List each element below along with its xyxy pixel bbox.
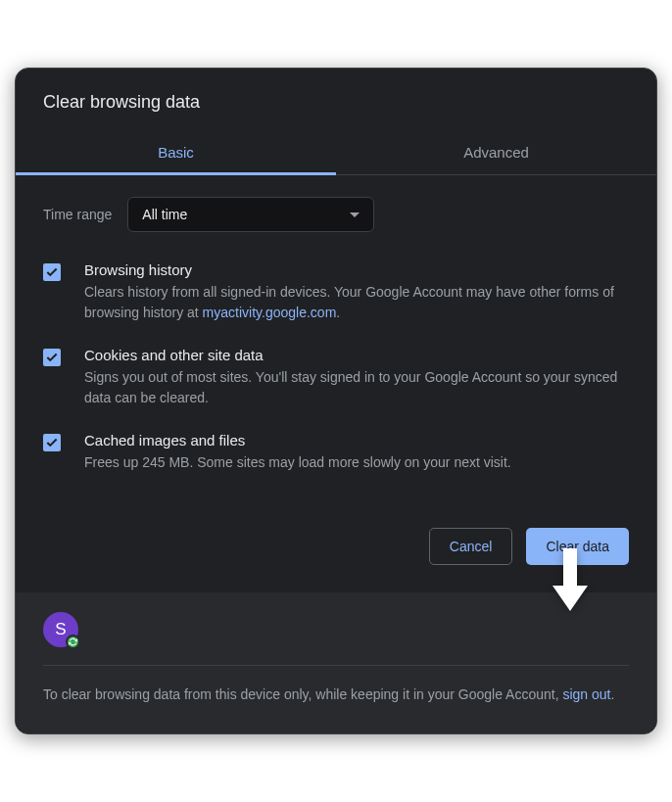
tab-advanced[interactable]: Advanced <box>336 130 656 174</box>
checkbox-cookies[interactable] <box>43 349 61 366</box>
option-cache: Cached images and files Frees up 245 MB.… <box>43 420 629 485</box>
option-cookies: Cookies and other site data Signs you ou… <box>43 335 629 420</box>
option-title: Browsing history <box>84 261 629 278</box>
option-content: Cached images and files Frees up 245 MB.… <box>84 432 629 473</box>
avatar-row: S <box>43 612 629 647</box>
cancel-button[interactable]: Cancel <box>429 528 513 565</box>
footer-text: To clear browsing data from this device … <box>43 684 629 705</box>
tabs-container: Basic Advanced <box>16 130 656 175</box>
time-range-select[interactable]: All time <box>127 197 374 232</box>
options-list: Browsing history Clears history from all… <box>16 250 656 504</box>
checkmark-icon <box>45 436 59 449</box>
clear-data-button[interactable]: Clear data <box>526 528 629 565</box>
option-content: Cookies and other site data Signs you ou… <box>84 347 629 408</box>
footer-divider <box>43 665 629 666</box>
option-desc: Frees up 245 MB. Some sites may load mor… <box>84 452 629 473</box>
checkbox-cache[interactable] <box>43 434 61 451</box>
checkmark-icon <box>45 351 59 364</box>
clear-browsing-data-dialog: Clear browsing data Basic Advanced Time … <box>15 68 657 733</box>
time-range-value: All time <box>142 207 187 222</box>
option-desc: Clears history from all signed-in device… <box>84 282 629 323</box>
checkbox-browsing-history[interactable] <box>43 263 61 281</box>
dialog-footer: S To clear browsing data from this devic… <box>16 592 656 732</box>
time-range-label: Time range <box>43 207 112 222</box>
tab-basic[interactable]: Basic <box>16 130 336 174</box>
dialog-buttons: Cancel Clear data <box>16 504 656 592</box>
myactivity-link[interactable]: myactivity.google.com <box>203 305 337 320</box>
user-avatar[interactable]: S <box>43 612 78 647</box>
time-range-row: Time range All time <box>16 175 656 250</box>
option-title: Cached images and files <box>84 432 629 448</box>
option-title: Cookies and other site data <box>84 347 629 363</box>
chevron-down-icon <box>350 212 360 217</box>
option-content: Browsing history Clears history from all… <box>84 261 629 323</box>
option-browsing-history: Browsing history Clears history from all… <box>43 250 629 335</box>
option-desc: Signs you out of most sites. You'll stay… <box>84 367 629 408</box>
sign-out-link[interactable]: sign out <box>562 686 610 702</box>
dialog-title: Clear browsing data <box>16 69 656 130</box>
checkmark-icon <box>45 265 59 279</box>
sync-badge-icon <box>66 635 80 649</box>
